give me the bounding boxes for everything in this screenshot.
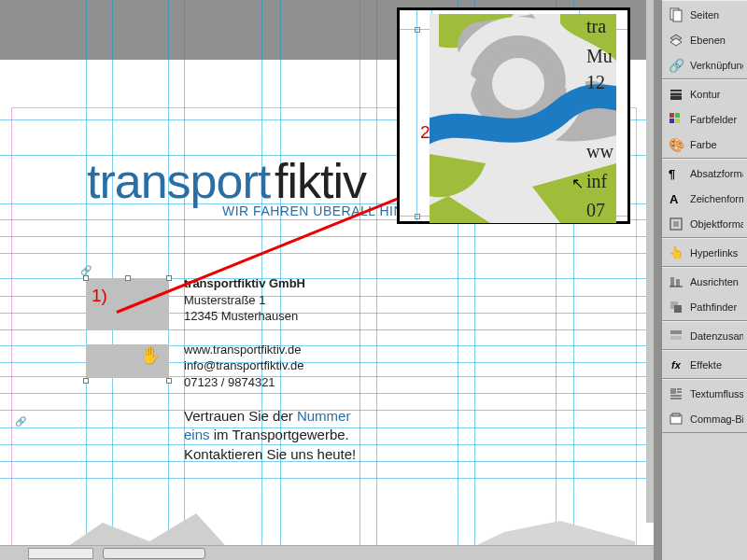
pages-icon xyxy=(668,7,684,23)
panel-pathfinder[interactable]: Pathfinder xyxy=(662,294,747,319)
panel-farbfelder[interactable]: Farbfelder xyxy=(662,106,747,132)
stroke-icon xyxy=(668,86,684,103)
panel-farbe[interactable]: 🎨Farbe xyxy=(662,132,747,157)
logo-transport-text: transport xyxy=(87,153,270,209)
addr-street: Musterstraße 1 xyxy=(184,293,265,307)
inset-07: 07 xyxy=(586,200,605,221)
panel-effekte[interactable]: fxEffekte xyxy=(662,352,747,377)
obj-icon xyxy=(668,216,684,232)
svg-rect-28 xyxy=(670,388,676,394)
panel-label: Textumfluss xyxy=(690,388,743,399)
panel-zeichenformate[interactable]: AZeichenforma xyxy=(662,186,747,211)
color-icon: 🎨 xyxy=(668,136,684,153)
svg-rect-20 xyxy=(673,221,679,227)
panel-absatzformate[interactable]: ¶Absatzformate xyxy=(662,161,747,186)
panel-label: Seiten xyxy=(690,9,719,21)
panel-label: Kontur xyxy=(690,89,720,100)
hand-cursor-icon: ✋ xyxy=(140,345,161,366)
svg-text:A: A xyxy=(669,192,679,206)
svg-rect-7 xyxy=(673,10,682,21)
cursor-icon: ↖ xyxy=(571,175,584,192)
panel-ebenen[interactable]: Ebenen xyxy=(662,27,747,52)
panel-objektformate[interactable]: Objektforma xyxy=(662,211,747,236)
char-icon: A xyxy=(668,190,684,207)
panel-label: Datenzusamn xyxy=(690,330,743,342)
svg-rect-13 xyxy=(669,113,674,118)
frame-link-icon: 🔗 xyxy=(80,265,92,275)
panel-commag[interactable]: Commag-Bib xyxy=(662,406,747,431)
hscroll-thumb[interactable] xyxy=(103,548,205,559)
merge-icon xyxy=(668,328,684,344)
lib-icon xyxy=(668,411,684,427)
svg-rect-16 xyxy=(675,119,680,123)
inset-tra: tra xyxy=(586,16,606,37)
panel-label: Objektforma xyxy=(690,218,743,230)
fx-icon: fx xyxy=(668,357,684,373)
panel-label: Farbfelder xyxy=(690,114,737,125)
zoom-control[interactable] xyxy=(28,548,93,559)
panel-label: Farbe xyxy=(690,139,717,150)
panel-label: Commag-Bib xyxy=(690,413,743,425)
addr-city: 12345 Musterhausen xyxy=(184,309,298,323)
links-icon: 🔗 xyxy=(668,57,684,74)
panel-seiten[interactable]: Seiten xyxy=(662,2,747,27)
inset-inf: inf xyxy=(586,171,607,192)
vertical-scrollbar[interactable] xyxy=(646,0,654,523)
panel-label: Pathfinder xyxy=(690,301,737,313)
svg-rect-34 xyxy=(672,413,680,416)
svg-rect-15 xyxy=(669,119,674,123)
svg-point-5 xyxy=(492,58,544,110)
hyper-icon: 👆 xyxy=(668,245,684,261)
svg-rect-21 xyxy=(670,277,674,287)
svg-rect-22 xyxy=(676,279,680,287)
inset-12: 12 xyxy=(586,72,605,93)
panel-dock: SeitenEbenen🔗VerknüpfungenKonturFarbfeld… xyxy=(661,0,747,560)
svg-text:¶: ¶ xyxy=(669,167,675,181)
swatches-icon xyxy=(668,111,684,128)
inset-mu: Mu xyxy=(586,46,613,67)
layers-icon xyxy=(668,32,684,49)
body-text: Vertrauen Sie der Nummer eins im Transpo… xyxy=(184,407,361,464)
panel-kontur[interactable]: Kontur xyxy=(662,81,747,106)
panel-label: Absatzformate xyxy=(690,168,743,179)
svg-rect-14 xyxy=(675,113,680,118)
panel-ausrichten[interactable]: Ausrichten xyxy=(662,269,747,294)
panel-hyperlinks[interactable]: 👆Hyperlinks xyxy=(662,240,747,265)
panel-label: Hyperlinks xyxy=(690,247,738,259)
panel-label: Zeichenforma xyxy=(690,193,743,204)
addr-web: www.transportfiktiv.de xyxy=(184,343,301,357)
pathf-icon xyxy=(668,299,684,315)
svg-rect-26 xyxy=(670,330,682,334)
inset-ww: ww xyxy=(586,141,613,162)
frame-link-icon: 🔗 xyxy=(15,416,26,427)
panel-textumfluss[interactable]: Textumfluss xyxy=(662,381,747,406)
addr-email: info@transportfiktiv.de xyxy=(184,358,304,372)
panel-datenzusammen[interactable]: Datenzusamn xyxy=(662,323,747,348)
panel-label: Verknüpfungen xyxy=(690,60,743,71)
logo-fiktiv-text: fiktiv xyxy=(275,153,366,209)
panel-label: Ausrichten xyxy=(690,276,739,287)
align-icon xyxy=(668,273,684,290)
svg-rect-27 xyxy=(670,336,682,340)
para-icon: ¶ xyxy=(668,165,684,182)
annotation-1: 1) xyxy=(92,286,107,306)
zoom-inset: 2) 3) 🔗 tra Mu xyxy=(397,7,630,224)
addr-phone: 07123 / 9874321 xyxy=(184,375,275,389)
panel-label: Ebenen xyxy=(690,35,726,46)
horizontal-scrollbar[interactable] xyxy=(0,545,654,560)
wrap-icon xyxy=(668,385,684,402)
panel-label: Effekte xyxy=(690,359,722,371)
panel-verknuepfungen[interactable]: 🔗Verknüpfungen xyxy=(662,52,747,77)
svg-rect-25 xyxy=(674,305,682,313)
